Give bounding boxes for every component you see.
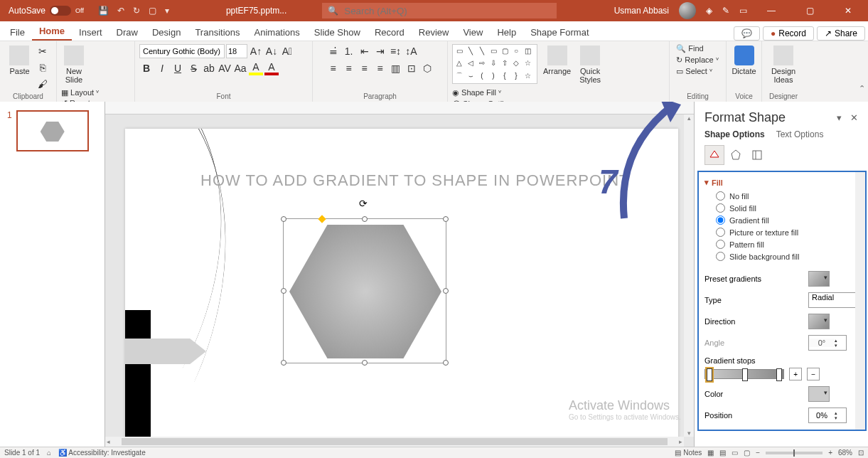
- record-button[interactable]: ●Record: [763, 26, 814, 41]
- edit-pane[interactable]: HOW TO ADD GRADIENT TO SHAPE IN POWERPOI…: [105, 102, 694, 447]
- tab-insert[interactable]: Insert: [72, 24, 109, 41]
- align-left-icon[interactable]: ≡: [326, 61, 341, 75]
- font-color-icon[interactable]: A: [264, 61, 279, 75]
- save-icon[interactable]: 💾: [98, 6, 109, 16]
- gradient-stop-handle[interactable]: [707, 368, 712, 381]
- remove-stop-button[interactable]: −: [807, 368, 820, 380]
- fill-section-toggle[interactable]: ▾ Fill: [704, 178, 865, 187]
- minimize-button[interactable]: —: [757, 6, 786, 16]
- opt-solid-fill[interactable]: Solid fill: [716, 203, 865, 213]
- new-slide-button[interactable]: New Slide: [61, 44, 87, 85]
- tab-shape-options[interactable]: Shape Options: [704, 129, 765, 139]
- thumb-preview[interactable]: [16, 110, 89, 151]
- tab-review[interactable]: Review: [412, 24, 456, 41]
- paste-button[interactable]: Paste: [6, 44, 32, 77]
- fill-line-icon[interactable]: [704, 145, 724, 165]
- numbering-icon[interactable]: 1.: [342, 44, 356, 58]
- align-right-icon[interactable]: ≡: [358, 61, 372, 75]
- opt-pattern-fill[interactable]: Pattern fill: [716, 240, 865, 249]
- tab-help[interactable]: Help: [490, 24, 523, 41]
- opt-no-fill[interactable]: No fill: [716, 191, 865, 201]
- resize-handle[interactable]: [281, 288, 286, 294]
- position-input[interactable]: [809, 411, 835, 420]
- underline-icon[interactable]: U: [171, 61, 185, 75]
- add-stop-button[interactable]: +: [789, 368, 802, 380]
- tab-file[interactable]: File: [3, 24, 32, 41]
- bullets-icon[interactable]: ≡̇: [326, 44, 341, 58]
- vertical-scrollbar[interactable]: ▴▾: [684, 114, 694, 437]
- opt-picture-fill[interactable]: Picture or texture fill: [716, 228, 865, 237]
- zoom-level[interactable]: 68%: [838, 449, 852, 457]
- shrink-font-icon[interactable]: A↓: [264, 44, 279, 58]
- gradient-stop-handle[interactable]: [776, 368, 782, 381]
- hexagon-shape[interactable]: [289, 225, 441, 358]
- arrow-shape[interactable]: [125, 339, 206, 364]
- close-pane-icon[interactable]: ✕: [850, 112, 858, 123]
- columns-icon[interactable]: ▥: [389, 61, 403, 75]
- shadow-icon[interactable]: ab: [202, 61, 216, 75]
- scroll-down-icon[interactable]: ▾: [687, 430, 691, 437]
- undo-icon[interactable]: ↶: [117, 6, 124, 16]
- slide-canvas[interactable]: HOW TO ADD GRADIENT TO SHAPE IN POWERPOI…: [125, 129, 678, 440]
- toggle-off-icon[interactable]: [50, 6, 71, 16]
- present-icon[interactable]: ▢: [149, 6, 156, 16]
- resize-handle[interactable]: [362, 216, 368, 222]
- language-icon[interactable]: ⌂: [47, 449, 51, 457]
- adjustment-handle[interactable]: [318, 215, 326, 223]
- tab-text-options[interactable]: Text Options: [776, 129, 824, 139]
- resize-handle[interactable]: [362, 360, 368, 366]
- gradient-stop-handle[interactable]: [742, 368, 748, 381]
- shape-gallery[interactable]: ▭╲╲▭▢○◫ △◁⇨⇩⇧◇☆ ⌒⌣(){}☆: [452, 44, 537, 84]
- resize-handle[interactable]: [281, 216, 286, 222]
- tab-draw[interactable]: Draw: [109, 24, 145, 41]
- zoom-in-icon[interactable]: +: [828, 449, 832, 457]
- copy-icon[interactable]: ⎘: [36, 60, 50, 75]
- thumbnail-pane[interactable]: 1: [0, 102, 105, 447]
- size-props-icon[interactable]: [747, 145, 767, 165]
- tab-view[interactable]: View: [456, 24, 490, 41]
- tab-design[interactable]: Design: [145, 24, 188, 41]
- comments-button[interactable]: 💬: [734, 26, 760, 41]
- gradient-stops-slider[interactable]: [704, 369, 784, 379]
- slide-indicator[interactable]: Slide 1 of 1: [4, 449, 40, 457]
- username[interactable]: Usman Abbasi: [614, 6, 669, 16]
- close-button[interactable]: ✕: [834, 6, 862, 16]
- pane-options-icon[interactable]: ▾: [837, 112, 842, 123]
- indent-icon[interactable]: ⇥: [373, 44, 387, 58]
- design-ideas-button[interactable]: Design Ideas: [768, 44, 798, 85]
- direction-button[interactable]: [808, 314, 830, 329]
- scroll-right-icon[interactable]: ▸: [679, 438, 682, 445]
- collapse-ribbon-icon[interactable]: ⌃: [859, 84, 865, 93]
- share-button[interactable]: ↗ Share: [817, 26, 865, 41]
- notes-button[interactable]: ▤ Notes: [675, 449, 702, 457]
- tab-slideshow[interactable]: Slide Show: [307, 24, 368, 41]
- slideshow-view-icon[interactable]: ▢: [744, 449, 750, 457]
- grow-font-icon[interactable]: A↑: [249, 44, 263, 58]
- replace-button[interactable]: ↻ Replace ᵛ: [676, 55, 719, 65]
- slide-thumbnail[interactable]: 1: [7, 110, 97, 151]
- search-box[interactable]: 🔍: [322, 3, 557, 18]
- tab-record[interactable]: Record: [368, 24, 412, 41]
- zoom-slider[interactable]: [766, 452, 823, 454]
- format-painter-icon[interactable]: 🖌: [36, 77, 50, 91]
- zoom-out-icon[interactable]: −: [756, 449, 760, 457]
- search-input[interactable]: [344, 6, 551, 16]
- resize-handle[interactable]: [443, 216, 449, 222]
- smartart-icon[interactable]: ⬡: [420, 61, 434, 75]
- filename[interactable]: pptEF75.pptm...: [226, 6, 286, 16]
- cut-icon[interactable]: ✂: [36, 44, 50, 58]
- tab-animations[interactable]: Animations: [247, 24, 307, 41]
- diamond-icon[interactable]: ◈: [706, 6, 712, 16]
- resize-handle[interactable]: [443, 360, 449, 366]
- autosave-toggle[interactable]: AutoSave Off: [9, 6, 84, 16]
- effects-icon[interactable]: [726, 145, 746, 165]
- scroll-left-icon[interactable]: ◂: [107, 438, 110, 445]
- strike-icon[interactable]: S̶: [186, 61, 200, 75]
- font-size-input[interactable]: [226, 44, 247, 58]
- tab-transitions[interactable]: Transitions: [188, 24, 247, 41]
- position-spinner[interactable]: ▴▾: [808, 408, 847, 423]
- scroll-up-icon[interactable]: ▴: [687, 114, 691, 122]
- text-direction-icon[interactable]: ↕A: [404, 44, 419, 58]
- shape-selection-box[interactable]: ⟳: [283, 218, 446, 363]
- shape-fill-button[interactable]: ◉ Shape Fill ᵛ: [452, 88, 518, 97]
